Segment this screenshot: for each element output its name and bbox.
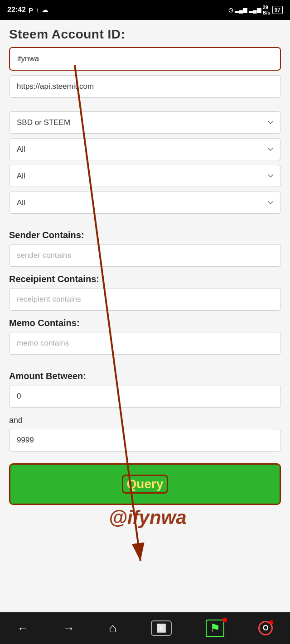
nav-tabs[interactable]: ⬜ 6 [151,620,172,636]
bookmarks-icon: ⚑ [206,620,224,637]
status-time: 22:42 [7,6,26,14]
receipient-contains-label: Receipient Contains: [9,274,281,284]
and-label: and [9,416,281,425]
nav-opera[interactable]: O [258,621,273,635]
home-icon: ⌂ [109,621,116,635]
nav-forward[interactable]: → [63,621,75,635]
sender-contains-input[interactable] [9,244,281,267]
watermark: @ifynwa [109,507,187,529]
amount-from-input[interactable] [9,385,281,408]
battery-icon: 97 [272,6,283,14]
back-icon: ← [17,621,29,635]
data-speed: 29B/s [263,5,271,15]
status-right: ◷ ▂▄▆ ▂▄▆ 29B/s 97 [228,5,283,15]
tabs-count: 6 [160,625,163,632]
opera-icon: O [258,621,273,635]
filter1-select[interactable]: All [9,138,281,160]
timer-icon: ◷ [228,7,233,13]
nav-bookmarks[interactable]: ⚑ [206,620,224,637]
memo-contains-label: Memo Contains: [9,318,281,328]
amount-to-input[interactable] [9,429,281,452]
filter2-select[interactable]: All [9,165,281,187]
receipient-contains-input[interactable] [9,288,281,311]
query-button-label: Query [122,475,169,494]
currency-select[interactable]: SBD or STEEM SBD STEEM [9,111,281,134]
signal-icon: ▂▄▆ [235,7,247,13]
status-bar: 22:42 P ↑ ☁ ◷ ▂▄▆ ▂▄▆ 29B/s 97 [0,0,290,20]
lte-signal-icon: ▂▄▆ [249,7,261,13]
main-content: Steem Account ID: SBD or STEEM SBD STEEM… [0,20,290,612]
sender-contains-label: Sender Contains: [9,230,281,240]
cloud-icon: ☁ [42,6,48,14]
bookmarks-badge [222,618,227,622]
status-left: 22:42 P ↑ ☁ [7,6,48,14]
amount-between-label: Amount Between: [9,371,281,381]
api-url-input[interactable] [9,75,281,98]
forward-icon: → [63,621,75,635]
page-title: Steem Account ID: [9,20,281,47]
nav-back[interactable]: ← [17,621,29,635]
memo-contains-input[interactable] [9,332,281,355]
bottom-nav: ← → ⌂ ⬜ 6 ⚑ O [0,612,290,644]
upload-icon: ↑ [36,6,39,14]
query-button[interactable]: Query [10,465,280,504]
pushbullet-icon: P [29,6,33,14]
filter3-select[interactable]: All [9,192,281,214]
nav-home[interactable]: ⌂ [109,621,116,635]
account-id-input[interactable] [10,48,280,70]
